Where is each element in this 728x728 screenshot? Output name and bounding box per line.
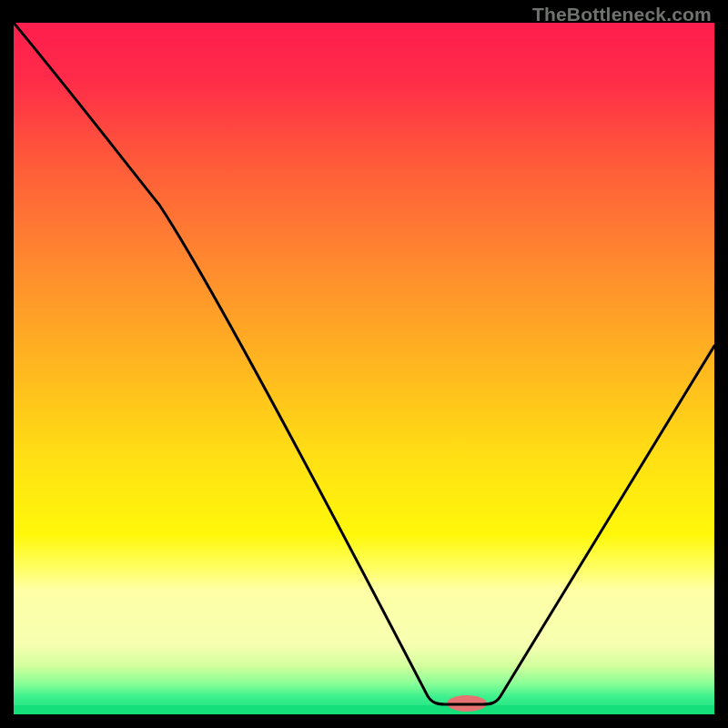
chart-background-gradient	[14, 23, 714, 714]
chart-frame	[14, 23, 714, 714]
bottleneck-chart-svg	[14, 23, 714, 714]
chart-baseline-band	[14, 705, 714, 714]
